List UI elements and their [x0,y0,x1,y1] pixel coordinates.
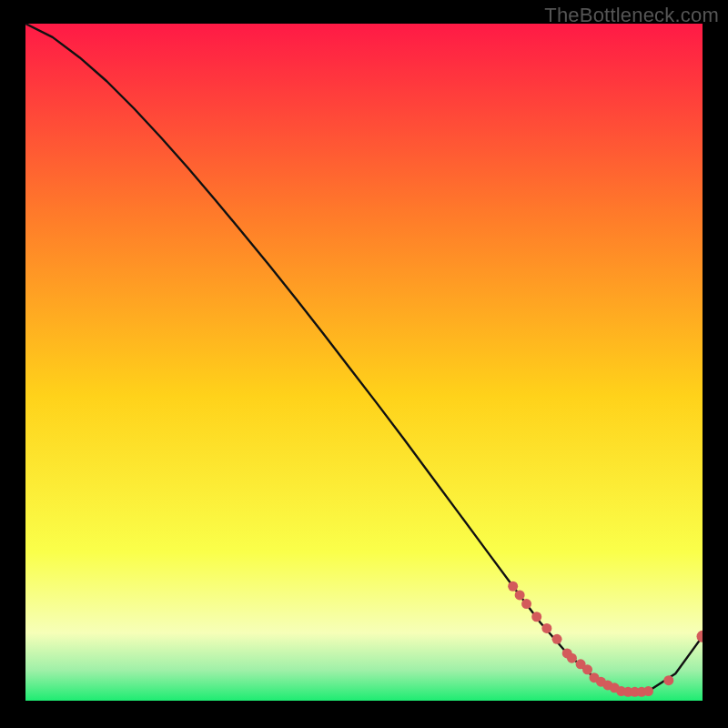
chart-svg [25,24,703,701]
data-marker [567,653,577,663]
data-marker [541,623,551,633]
plot-area [25,24,703,701]
gradient-background [25,24,703,701]
chart-canvas: TheBottleneck.com [0,0,728,728]
data-marker [643,686,653,696]
data-marker [663,675,673,685]
data-marker [521,599,531,609]
data-marker [515,590,525,600]
data-marker [531,612,541,622]
data-marker [552,634,562,644]
data-marker [508,581,518,592]
data-marker [582,664,592,674]
